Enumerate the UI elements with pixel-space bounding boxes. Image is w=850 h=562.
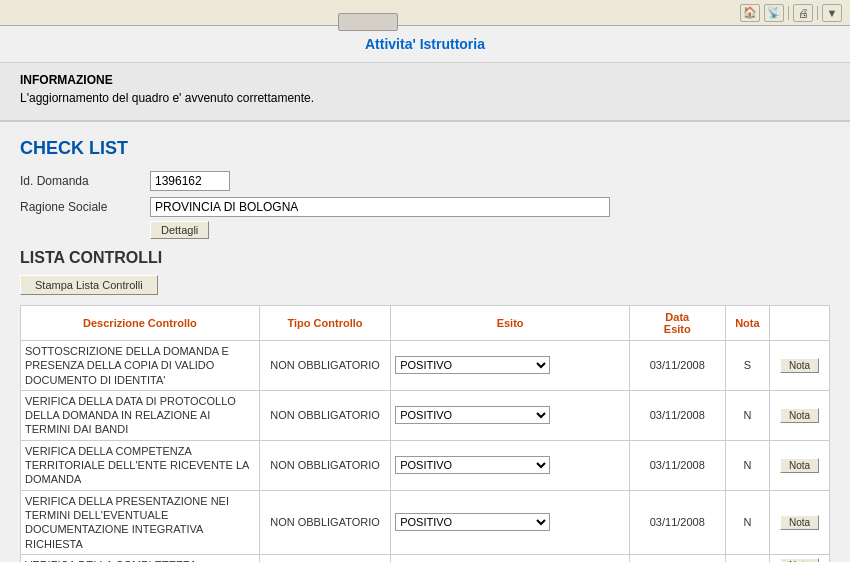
- lista-controlli-title: LISTA CONTROLLI: [20, 249, 830, 267]
- th-esito: Esito: [391, 306, 630, 341]
- th-data: DataEsito: [630, 306, 726, 341]
- cell-nota-btn[interactable]: Nota: [770, 341, 830, 391]
- info-message: L'aggiornamento del quadro e' avvenuto c…: [20, 91, 830, 105]
- table-row: VERIFICA DELLA COMPETENZA TERRITORIALE D…: [21, 440, 830, 490]
- th-tipo: Tipo Controllo: [259, 306, 390, 341]
- table-row: SOTTOSCRIZIONE DELLA DOMANDA E PRESENZA …: [21, 341, 830, 391]
- esito-select[interactable]: POSITIVONEGATIVONON VERIFICATO: [395, 406, 550, 424]
- main-content: Attivita' Istruttoria INFORMAZIONE L'agg…: [0, 26, 850, 562]
- rss-icon[interactable]: 📡: [764, 4, 784, 22]
- cell-esito[interactable]: POSITIVONEGATIVONON VERIFICATO: [391, 490, 630, 554]
- dettagli-button[interactable]: Dettagli: [150, 221, 209, 239]
- cell-esito[interactable]: [391, 554, 630, 562]
- cell-tipo: NON OBBLIGATORIO: [259, 390, 390, 440]
- home-icon[interactable]: 🏠: [740, 4, 760, 22]
- cell-data-esito: 03/11/2008: [630, 341, 726, 391]
- ragione-sociale-input[interactable]: [150, 197, 610, 217]
- cell-nota-btn[interactable]: Nota: [770, 554, 830, 562]
- cell-tipo: NON OBBLIGATORIO: [259, 490, 390, 554]
- nota-button[interactable]: Nota: [780, 515, 819, 530]
- cell-data-esito: 03/11/2008: [630, 490, 726, 554]
- cell-esito[interactable]: POSITIVONEGATIVONON VERIFICATO: [391, 440, 630, 490]
- settings-icon[interactable]: ▼: [822, 4, 842, 22]
- cell-nota-btn[interactable]: Nota: [770, 490, 830, 554]
- cell-esito[interactable]: POSITIVONEGATIVONON VERIFICATO: [391, 390, 630, 440]
- th-nota: Nota: [725, 306, 770, 341]
- cell-nota-flag: N: [725, 440, 770, 490]
- ragione-sociale-value: Dettagli: [150, 197, 830, 239]
- cell-nota-flag: [725, 554, 770, 562]
- cell-tipo: NON OBBLIGATORIO: [259, 341, 390, 391]
- ragione-sociale-label: Ragione Sociale: [20, 197, 150, 214]
- esito-select[interactable]: POSITIVONEGATIVONON VERIFICATO: [395, 513, 550, 531]
- print-icon[interactable]: 🖨: [793, 4, 813, 22]
- cell-tipo: NON OBBLIGATORIO: [259, 440, 390, 490]
- page-header: Attivita' Istruttoria: [0, 26, 850, 63]
- cell-nota-flag: N: [725, 490, 770, 554]
- id-domanda-value: [150, 171, 830, 191]
- esito-select[interactable]: POSITIVONEGATIVONON VERIFICATO: [395, 456, 550, 474]
- address-bar-decoration: [338, 13, 398, 31]
- esito-select[interactable]: POSITIVONEGATIVONON VERIFICATO: [395, 356, 550, 374]
- info-label: INFORMAZIONE: [20, 73, 830, 87]
- ragione-sociale-row: Ragione Sociale Dettagli: [20, 197, 830, 239]
- table-row: VERIFICA DELLA PRESENTAZIONE NEI TERMINI…: [21, 490, 830, 554]
- stampa-lista-button[interactable]: Stampa Lista Controlli: [20, 275, 158, 295]
- cell-descrizione: SOTTOSCRIZIONE DELLA DOMANDA E PRESENZA …: [21, 341, 260, 391]
- checklist-title: CHECK LIST: [20, 138, 830, 159]
- cell-nota-btn[interactable]: Nota: [770, 440, 830, 490]
- id-domanda-label: Id. Domanda: [20, 171, 150, 188]
- browser-toolbar: 🏠 📡 🖨 ▼: [0, 0, 850, 26]
- cell-descrizione: VERIFICA DELLA COMPETENZA TERRITORIALE D…: [21, 440, 260, 490]
- cell-nota-flag: S: [725, 341, 770, 391]
- nota-button[interactable]: Nota: [780, 558, 819, 562]
- nota-button[interactable]: Nota: [780, 408, 819, 423]
- controls-table: Descrizione Controllo Tipo Controllo Esi…: [20, 305, 830, 562]
- th-descrizione: Descrizione Controllo: [21, 306, 260, 341]
- cell-data-esito: 03/11/2008: [630, 390, 726, 440]
- cell-descrizione: VERIFICA DELLA DATA DI PROTOCOLLO DELLA …: [21, 390, 260, 440]
- content-area: CHECK LIST Id. Domanda Ragione Sociale D…: [0, 122, 850, 562]
- nota-button[interactable]: Nota: [780, 458, 819, 473]
- cell-nota-flag: N: [725, 390, 770, 440]
- info-box: INFORMAZIONE L'aggiornamento del quadro …: [0, 63, 850, 122]
- id-domanda-row: Id. Domanda: [20, 171, 830, 191]
- cell-data-esito: [630, 554, 726, 562]
- nota-button[interactable]: Nota: [780, 358, 819, 373]
- id-domanda-input[interactable]: [150, 171, 230, 191]
- th-nota-btn: [770, 306, 830, 341]
- page-title: Attivita' Istruttoria: [365, 36, 485, 52]
- cell-tipo: [259, 554, 390, 562]
- table-row: VERIFICA DELLA DATA DI PROTOCOLLO DELLA …: [21, 390, 830, 440]
- cell-data-esito: 03/11/2008: [630, 440, 726, 490]
- cell-nota-btn[interactable]: Nota: [770, 390, 830, 440]
- cell-descrizione: VERIFICA DELLA PRESENTAZIONE NEI TERMINI…: [21, 490, 260, 554]
- cell-esito[interactable]: POSITIVONEGATIVONON VERIFICATO: [391, 341, 630, 391]
- table-row: VERIFICA DELLA COMPLETEZZANota: [21, 554, 830, 562]
- cell-descrizione: VERIFICA DELLA COMPLETEZZA: [21, 554, 260, 562]
